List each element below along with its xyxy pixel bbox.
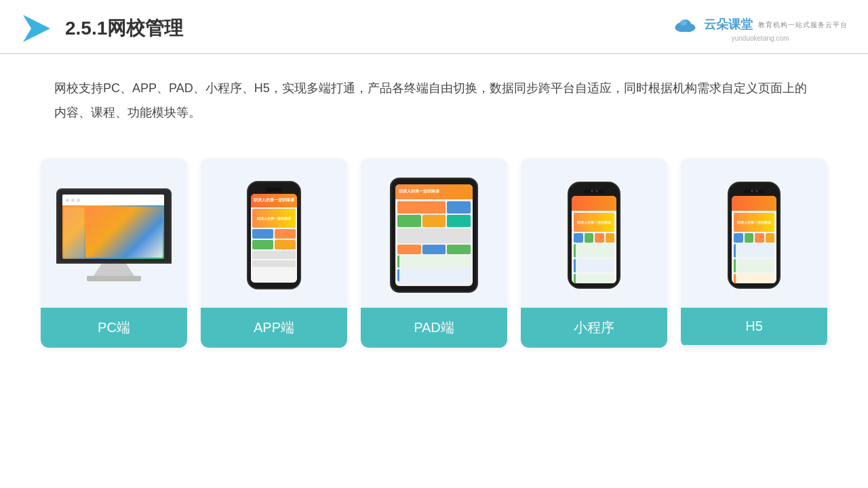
card-app-label: APP端 bbox=[201, 308, 347, 348]
h5-phone: 职涯人的第一堂职路课 bbox=[728, 182, 781, 289]
card-pc-image bbox=[41, 159, 187, 308]
page-title: 2.5.1网校管理 bbox=[65, 16, 183, 41]
card-pc: PC端 bbox=[41, 159, 187, 348]
svg-marker-0 bbox=[23, 15, 50, 42]
app-phone: 职涯人的第一堂职路课 职涯人的第一堂职能课 bbox=[247, 181, 301, 289]
brand-tagline: 教育机构一站式服务云平台 bbox=[758, 20, 848, 30]
card-miniprogram-image: 职涯人的第一堂职路课 bbox=[521, 159, 667, 308]
pc-monitor bbox=[56, 188, 172, 281]
cards-container: PC端 职涯人的第一堂职路课 职涯人的第一堂职能课 bbox=[0, 145, 868, 368]
cloud-icon bbox=[673, 15, 700, 34]
card-pad: 职涯人的第一堂职路课 bbox=[361, 159, 507, 348]
miniprogram-phone: 职涯人的第一堂职路课 bbox=[568, 182, 620, 289]
card-miniprogram-label: 小程序 bbox=[521, 308, 667, 348]
header-left: 2.5.1网校管理 bbox=[20, 12, 183, 45]
svg-point-5 bbox=[680, 20, 687, 26]
card-app: 职涯人的第一堂职路课 职涯人的第一堂职能课 bbox=[201, 159, 347, 348]
card-h5: 职涯人的第一堂职路课 H5 bbox=[681, 159, 827, 348]
pad-tablet: 职涯人的第一堂职路课 bbox=[390, 178, 478, 293]
card-h5-label: H5 bbox=[681, 308, 827, 345]
description-content: 网校支持PC、APP、PAD、小程序、H5，实现多端打通，产品各终端自由切换，数… bbox=[54, 81, 807, 119]
description-text: 网校支持PC、APP、PAD、小程序、H5，实现多端打通，产品各终端自由切换，数… bbox=[0, 54, 868, 138]
brand-url: yunduoketang.com bbox=[732, 35, 789, 42]
logo-arrow-icon bbox=[20, 12, 53, 45]
card-h5-image: 职涯人的第一堂职路课 bbox=[681, 159, 827, 308]
header: 2.5.1网校管理 云朵课堂 教育机构一站式服务云平台 yunduoketang… bbox=[0, 0, 868, 54]
brand-logo: 云朵课堂 教育机构一站式服务云平台 bbox=[673, 15, 848, 34]
card-pad-image: 职涯人的第一堂职路课 bbox=[361, 159, 507, 308]
brand-name: 云朵课堂 bbox=[704, 16, 753, 33]
brand-section: 云朵课堂 教育机构一站式服务云平台 yunduoketang.com bbox=[673, 15, 848, 42]
card-miniprogram: 职涯人的第一堂职路课 小程序 bbox=[521, 159, 667, 348]
card-app-image: 职涯人的第一堂职路课 职涯人的第一堂职能课 bbox=[201, 159, 347, 308]
card-pad-label: PAD端 bbox=[361, 308, 507, 348]
card-pc-label: PC端 bbox=[41, 308, 187, 348]
